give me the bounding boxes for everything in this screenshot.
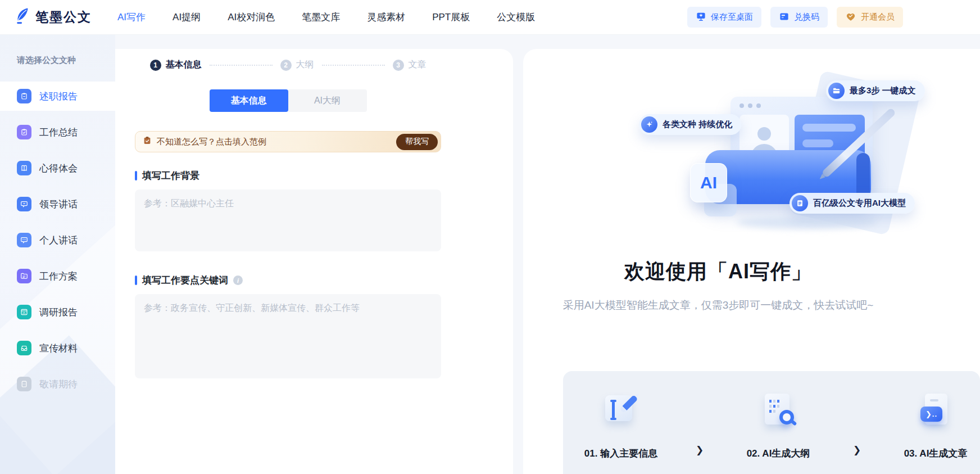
sidebar-item-label: 敬请期待 bbox=[39, 378, 78, 391]
sidebar-item-label: 宣传材料 bbox=[39, 342, 78, 355]
navbar-actions: 保存至桌面 兑换码 开通会员 bbox=[687, 7, 903, 28]
sidebar-item-xuanchuan-cailiao[interactable]: 宣传材料 bbox=[0, 333, 115, 363]
work-background-input[interactable] bbox=[135, 189, 441, 251]
top-navbar: 笔墨公文 AI写作 AI提纲 AI校对润色 笔墨文库 灵感素材 PPT展板 公文… bbox=[0, 0, 980, 35]
main-nav: AI写作 AI提纲 AI校对润色 笔墨文库 灵感素材 PPT展板 公文模版 bbox=[117, 11, 535, 24]
nav-item-ai-outline[interactable]: AI提纲 bbox=[173, 11, 201, 24]
feather-logo-icon bbox=[15, 7, 30, 28]
flow-step-input-info: 01. 输入主要信息 bbox=[565, 392, 677, 460]
doc-badge-icon bbox=[792, 195, 808, 211]
step-connector bbox=[322, 65, 385, 66]
sidebar-item-diaoyan-baogao[interactable]: 调研报告 bbox=[0, 297, 115, 327]
writing-form-card: 1 基本信息 2 大纲 3 文章 基本信息 AI大纲 bbox=[115, 49, 513, 474]
flow-step-generate-article: ❯.. 03. AI生成文章 bbox=[879, 392, 980, 460]
chat-dots-icon bbox=[17, 233, 31, 247]
flow-step-generate-outline: 02. AI生成大纲 bbox=[722, 392, 834, 460]
sidebar-item-label: 调研报告 bbox=[39, 306, 78, 319]
sidebar-title: 请选择公文文种 bbox=[17, 55, 115, 66]
save-to-desktop-button[interactable]: 保存至桌面 bbox=[687, 7, 761, 28]
folder-icon bbox=[828, 83, 845, 99]
step-number: 2 bbox=[280, 60, 292, 71]
sidebar-item-label: 述职报告 bbox=[39, 90, 78, 103]
window-dots-icon bbox=[739, 103, 761, 108]
doc-placeholder-icon bbox=[17, 377, 31, 391]
step-number: 3 bbox=[393, 60, 404, 71]
welcome-subtitle: 采用AI大模型智能生成文章，仅需3步即可一键成文，快去试试吧~ bbox=[523, 298, 913, 313]
sidebar-item-gongzuo-zongjie[interactable]: 工作总结 bbox=[0, 118, 115, 147]
fill-example-banner[interactable]: 不知道怎么写？点击填入范例 帮我写 bbox=[135, 131, 441, 152]
label-accent-bar bbox=[135, 171, 137, 180]
sidebar-item-coming-soon: 敬请期待 bbox=[0, 369, 115, 399]
nav-item-ai-writing[interactable]: AI写作 bbox=[117, 11, 146, 24]
step-basic-info: 1 基本信息 bbox=[150, 59, 202, 71]
doc-type-list: 述职报告 工作总结 心得体会 领导讲话 bbox=[0, 82, 115, 399]
speech-bubble-icon bbox=[17, 197, 31, 211]
sidebar-item-label: 领导讲话 bbox=[39, 198, 78, 211]
wizard-steps: 1 基本信息 2 大纲 3 文章 bbox=[135, 59, 441, 71]
info-icon[interactable]: i bbox=[233, 276, 243, 285]
badge-doc-types: 各类文种 持续优化 bbox=[639, 114, 741, 135]
text-bar-decoration bbox=[802, 124, 856, 132]
book-icon bbox=[17, 161, 31, 175]
nav-item-ppt[interactable]: PPT展板 bbox=[432, 11, 470, 24]
tab-basic-info[interactable]: 基本信息 bbox=[210, 89, 288, 112]
open-vip-button[interactable]: 开通会员 bbox=[837, 7, 903, 28]
redeem-code-button[interactable]: 兑换码 bbox=[770, 7, 828, 28]
clipboard-icon bbox=[17, 89, 31, 103]
field-label-work-keywords: 填写工作要点关键词 i bbox=[135, 274, 441, 287]
field-label-work-background: 填写工作背景 bbox=[135, 169, 441, 182]
inbox-doc-icon bbox=[17, 341, 31, 355]
work-keywords-input[interactable] bbox=[135, 294, 441, 378]
step-number: 1 bbox=[150, 60, 161, 71]
step-outline: 2 大纲 bbox=[280, 59, 314, 71]
sidebar-item-label: 心得体会 bbox=[39, 162, 78, 175]
magic-star-icon bbox=[641, 116, 657, 133]
sidebar-item-gongzuo-fangan[interactable]: 工作方案 bbox=[0, 261, 115, 291]
doc-type-sidebar: 请选择公文文种 述职报告 工作总结 心得体会 bbox=[0, 35, 115, 474]
clipboard-check-icon bbox=[17, 125, 31, 139]
vip-heart-icon bbox=[845, 11, 856, 24]
sidebar-item-lingdao-jianghua[interactable]: 领导讲话 bbox=[0, 189, 115, 219]
terminal-badge-icon: ❯.. bbox=[920, 407, 942, 422]
person-icon bbox=[757, 127, 771, 141]
chevron-right-icon: ❯ bbox=[696, 444, 704, 456]
ai-writing-illustration: AI 各类文种 持续优化 最多3步 一键成文 bbox=[523, 49, 980, 240]
nav-item-ai-proofread[interactable]: AI校对润色 bbox=[228, 11, 275, 24]
nav-item-library[interactable]: 笔墨文库 bbox=[302, 11, 340, 24]
app-title: 笔墨公文 bbox=[35, 8, 92, 26]
ground-shadow-decoration bbox=[737, 215, 877, 229]
nav-item-templates[interactable]: 公文模版 bbox=[497, 11, 535, 24]
workflow-card: 01. 输入主要信息 ❯ 02. AI生成大纲 ❯ ❯.. 03. AI生成文章 bbox=[563, 371, 980, 474]
input-edit-icon bbox=[603, 392, 639, 428]
welcome-title: 欢迎使用「AI写作」 bbox=[523, 258, 913, 286]
sidebar-item-geren-jianghua[interactable]: 个人讲话 bbox=[0, 225, 115, 255]
sidebar-item-label: 工作总结 bbox=[39, 126, 78, 139]
article-file-icon: ❯.. bbox=[918, 392, 954, 428]
nav-item-inspiration[interactable]: 灵感素材 bbox=[367, 11, 405, 24]
badge-three-steps: 最多3步 一键成文 bbox=[826, 80, 925, 101]
outline-search-icon bbox=[760, 392, 796, 428]
sidebar-item-label: 个人讲话 bbox=[39, 234, 78, 247]
example-clipboard-icon bbox=[143, 136, 152, 147]
label-accent-bar bbox=[135, 276, 137, 285]
sidebar-item-shuzhi-baogao[interactable]: 述职报告 bbox=[0, 82, 115, 111]
tab-ai-outline[interactable]: AI大纲 bbox=[288, 89, 367, 112]
sidebar-item-label: 工作方案 bbox=[39, 270, 78, 283]
ai-chip-graphic: AI bbox=[690, 163, 727, 202]
chart-window-icon bbox=[17, 305, 31, 319]
redeem-card-icon bbox=[779, 11, 790, 24]
step-connector bbox=[210, 65, 273, 66]
welcome-panel: AI 各类文种 持续优化 最多3步 一键成文 bbox=[523, 49, 980, 474]
step-article: 3 文章 bbox=[393, 59, 427, 71]
form-tabs: 基本信息 AI大纲 bbox=[135, 89, 441, 112]
banner-text: 不知道怎么写？点击填入范例 bbox=[157, 137, 266, 147]
folder-list-icon bbox=[17, 269, 31, 283]
text-bar-decoration bbox=[802, 139, 833, 147]
chevron-right-icon: ❯ bbox=[853, 444, 861, 456]
badge-ai-model: 百亿级公文专用AI大模型 bbox=[790, 193, 915, 214]
sidebar-item-xinde-tihui[interactable]: 心得体会 bbox=[0, 154, 115, 183]
help-me-write-button[interactable]: 帮我写 bbox=[396, 134, 438, 150]
app-logo[interactable]: 笔墨公文 bbox=[15, 7, 92, 28]
monitor-download-icon bbox=[696, 11, 706, 24]
